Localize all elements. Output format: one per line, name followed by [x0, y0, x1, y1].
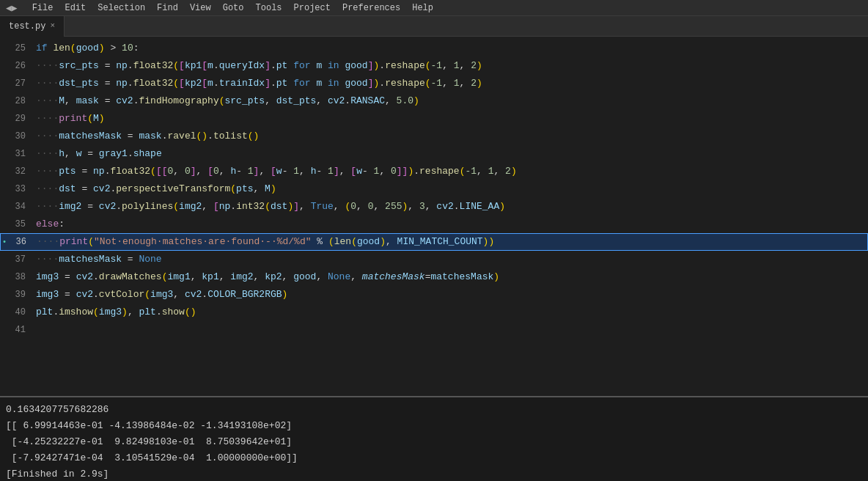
menu-find[interactable]: Find — [157, 3, 178, 13]
line-content-32: ····pts = np.float32([[0, 0], [0, h- 1],… — [33, 163, 868, 180]
menu-help[interactable]: Help — [412, 3, 433, 13]
code-line-41: 41 — [0, 321, 868, 339]
code-line-31: 31 ····h, w = gray1.shape — [0, 145, 868, 163]
line-number-41: 41 — [7, 325, 33, 335]
line-number-37: 37 — [7, 254, 33, 265]
line-content-35: else: — [33, 216, 868, 233]
tab-close-button[interactable]: × — [50, 22, 55, 30]
menu-edit[interactable]: Edit — [65, 3, 86, 13]
line-number-31: 31 — [7, 149, 33, 159]
code-line-36: • 36 ····print("Not·enough·matches·are·f… — [0, 233, 868, 251]
line-content-36: ····print("Not·enough·matches·are·found·… — [34, 233, 867, 251]
line-number-29: 29 — [7, 114, 33, 124]
line-content-30: ····matchesMask = mask.ravel().tolist() — [33, 128, 868, 145]
line-number-32: 32 — [7, 166, 33, 177]
tab-filename: test.py — [9, 21, 45, 32]
code-line-26: 26 ····src_pts = np.float32([kp1[m.query… — [0, 57, 868, 75]
line-number-27: 27 — [7, 78, 33, 89]
menu-goto[interactable]: Goto — [223, 3, 244, 13]
code-line-25: 25 if len(good) > 10: — [0, 40, 868, 57]
line-number-34: 34 — [7, 202, 33, 212]
line-content-31: ····h, w = gray1.shape — [33, 145, 868, 163]
line-number-35: 35 — [7, 219, 33, 230]
output-line-0: 0.1634207757682286 — [6, 402, 862, 418]
line-content-34: ····img2 = cv2.polylines(img2, [np.int32… — [33, 198, 868, 216]
line-content-26: ····src_pts = np.float32([kp1[m.queryIdx… — [33, 57, 868, 75]
output-line-3: [-7.92427471e-04 3.10541529e-04 1.000000… — [6, 450, 862, 466]
line-content-38: img3 = cv2.drawMatches(img1, kp1, img2, … — [33, 268, 868, 286]
menu-selection[interactable]: Selection — [98, 3, 145, 13]
code-lines: 25 if len(good) > 10: 26 ····src_pts = n… — [0, 37, 868, 342]
line-content-29: ····print(M) — [33, 110, 868, 128]
code-line-39: 39 img3 = cv2.cvtColor(img3, cv2.COLOR_B… — [0, 286, 868, 304]
line-number-39: 39 — [7, 290, 33, 300]
menu-file[interactable]: File — [32, 3, 54, 13]
code-line-38: 38 img3 = cv2.drawMatches(img1, kp1, img… — [0, 268, 868, 286]
code-line-37: 37 ····matchesMask = None — [0, 251, 868, 268]
line-content-33: ····dst = cv2.perspectiveTransform(pts, … — [33, 180, 868, 198]
line-content-37: ····matchesMask = None — [33, 251, 868, 268]
code-line-28: 28 ····M, mask = cv2.findHomography(src_… — [0, 92, 868, 110]
line-number-36: 36 — [8, 237, 34, 247]
menu-view[interactable]: View — [190, 3, 211, 13]
line-content-39: img3 = cv2.cvtColor(img3, cv2.COLOR_BGR2… — [33, 286, 868, 304]
line-number-40: 40 — [7, 307, 33, 317]
line-content-28: ····M, mask = cv2.findHomography(src_pts… — [33, 92, 868, 110]
code-line-32: 32 ····pts = np.float32([[0, 0], [0, h- … — [0, 163, 868, 180]
output-line-1: [[ 6.99914463e-01 -4.13986484e-02 -1.341… — [6, 418, 862, 434]
sidebar-toggle[interactable]: ◀▶ — [6, 2, 18, 14]
tab-testpy[interactable]: test.py × — [0, 16, 65, 37]
menu-project[interactable]: Project — [294, 3, 331, 13]
line-indicator-36: • — [1, 238, 8, 246]
code-line-27: 27 ····dst_pts = np.float32([kp2[m.train… — [0, 75, 868, 92]
code-line-30: 30 ····matchesMask = mask.ravel().tolist… — [0, 128, 868, 145]
line-number-25: 25 — [7, 43, 33, 54]
line-number-28: 28 — [7, 96, 33, 106]
menu-preferences[interactable]: Preferences — [342, 3, 400, 13]
output-line-2: [-4.25232227e-01 9.82498103e-01 8.750396… — [6, 434, 862, 450]
line-number-30: 30 — [7, 131, 33, 142]
code-line-35: 35 else: — [0, 216, 868, 233]
output-console: 0.1634207757682286 [[ 6.99914463e-01 -4.… — [0, 396, 868, 481]
line-number-26: 26 — [7, 61, 33, 71]
code-line-33: 33 ····dst = cv2.perspectiveTransform(pt… — [0, 180, 868, 198]
menu-bar: ◀▶ File Edit Selection Find View Goto To… — [0, 0, 868, 16]
line-content-25: if len(good) > 10: — [33, 40, 868, 57]
tab-bar: test.py × — [0, 16, 868, 37]
code-line-34: 34 ····img2 = cv2.polylines(img2, [np.in… — [0, 198, 868, 216]
code-line-40: 40 plt.imshow(img3), plt.show() — [0, 304, 868, 321]
line-content-27: ····dst_pts = np.float32([kp2[m.trainIdx… — [33, 75, 868, 92]
line-number-38: 38 — [7, 272, 33, 282]
line-number-33: 33 — [7, 184, 33, 194]
code-line-29: 29 ····print(M) — [0, 110, 868, 128]
code-editor[interactable]: 25 if len(good) > 10: 26 ····src_pts = n… — [0, 37, 868, 396]
output-line-4: [Finished in 2.9s] — [6, 466, 862, 481]
menu-tools[interactable]: Tools — [256, 3, 282, 13]
line-content-40: plt.imshow(img3), plt.show() — [33, 304, 868, 321]
